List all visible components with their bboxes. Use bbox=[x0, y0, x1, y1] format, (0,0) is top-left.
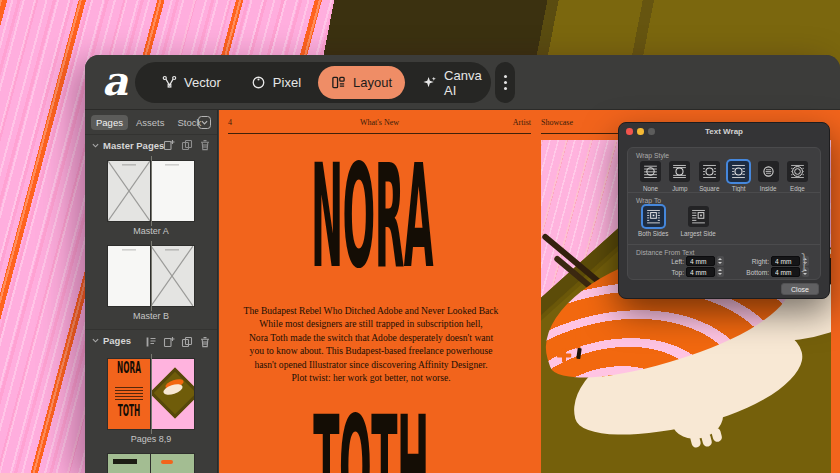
headline-toth[interactable]: TOTH bbox=[313, 385, 428, 473]
wrap-style-edge[interactable]: Edge bbox=[784, 161, 811, 192]
menu-dot bbox=[504, 81, 507, 84]
distance-top-input[interactable] bbox=[686, 267, 715, 277]
body-line: While most designers are still trapped i… bbox=[239, 317, 503, 330]
master-pages-section-header[interactable]: Master Pages bbox=[85, 135, 217, 155]
master-b-right-page bbox=[151, 245, 195, 307]
apply-master-icon[interactable] bbox=[145, 336, 157, 348]
toolbar-overflow-menu-button[interactable] bbox=[495, 62, 515, 103]
stepper-down-icon bbox=[718, 273, 722, 275]
wrap-to-both-sides[interactable]: Both Sides bbox=[638, 206, 668, 237]
mode-canva-ai-label: Canva AI bbox=[444, 68, 482, 98]
wrap-style-section: Wrap Style None bbox=[628, 148, 820, 192]
wrap-none-icon bbox=[640, 161, 661, 182]
master-a-left-page bbox=[107, 160, 151, 222]
wrap-tight-label: Tight bbox=[732, 185, 746, 192]
layout-frames-icon bbox=[331, 75, 346, 90]
wrap-jump-icon bbox=[669, 161, 690, 182]
body-line: hasn't opened Illustrator since discover… bbox=[239, 358, 503, 371]
spread-spine-guide bbox=[151, 156, 152, 226]
body-line: The Budapest Rebel Who Ditched Adobe and… bbox=[239, 304, 503, 317]
pages-8-9-thumbnail[interactable]: NORA TOTH bbox=[107, 358, 196, 430]
wrap-edge-icon bbox=[787, 161, 808, 182]
headline-nora[interactable]: NORA bbox=[311, 133, 433, 301]
close-dialog-button[interactable]: Close bbox=[781, 283, 819, 295]
add-master-icon[interactable] bbox=[163, 139, 175, 151]
wrap-style-square[interactable]: Square bbox=[696, 161, 723, 192]
dialog-titlebar[interactable]: Text Wrap bbox=[619, 123, 829, 140]
menu-dot bbox=[504, 87, 507, 90]
distance-bottom-input[interactable] bbox=[771, 267, 800, 277]
wrap-inside-label: Inside bbox=[760, 185, 777, 192]
wrap-style-none[interactable]: None bbox=[637, 161, 664, 192]
pages-section-header[interactable]: Pages bbox=[85, 329, 217, 351]
running-head-right: Showcase bbox=[541, 118, 573, 127]
mode-layout-button[interactable]: Layout bbox=[318, 66, 405, 99]
duplicate-icon[interactable] bbox=[181, 139, 193, 151]
page-8-mini: NORA TOTH bbox=[107, 358, 151, 430]
wrap-jump-label: Jump bbox=[672, 185, 687, 192]
master-a-right-page bbox=[151, 160, 195, 222]
panel-options-button[interactable] bbox=[198, 116, 211, 129]
tab-pages[interactable]: Pages bbox=[91, 115, 128, 130]
distance-bottom-label: Bottom: bbox=[726, 269, 769, 276]
tab-assets[interactable]: Assets bbox=[131, 115, 170, 130]
mini-headline-bottom: TOTH bbox=[111, 402, 145, 420]
mode-pixel-button[interactable]: Pixel bbox=[238, 66, 314, 99]
duplicate-icon[interactable] bbox=[181, 336, 193, 348]
master-b-thumbnail[interactable] bbox=[107, 245, 196, 307]
dialog-body-panel: Wrap Style None bbox=[627, 147, 821, 280]
body-text-block[interactable]: The Budapest Rebel Who Ditched Adobe and… bbox=[239, 304, 503, 384]
x-marker bbox=[569, 330, 587, 348]
x-marker-bar bbox=[576, 331, 581, 349]
spread-spine-guide bbox=[151, 354, 152, 434]
master-a-thumbnail[interactable] bbox=[107, 160, 196, 222]
mode-canva-ai-button[interactable]: Canva AI bbox=[409, 66, 495, 99]
wrap-tight-icon bbox=[728, 161, 749, 182]
pages-panel: Pages Assets Stock Master Pages bbox=[85, 110, 218, 473]
link-values-brace-icon[interactable]: } bbox=[800, 250, 808, 273]
mode-layout-label: Layout bbox=[353, 75, 392, 90]
body-line: you to know about. This Budapest-based f… bbox=[239, 344, 503, 357]
stepper-down-icon bbox=[718, 262, 722, 264]
wrap-square-icon bbox=[699, 161, 720, 182]
stepper-up-icon bbox=[718, 269, 722, 271]
delete-icon[interactable] bbox=[199, 336, 211, 348]
x-marker-bar bbox=[562, 348, 566, 362]
mini-title-bar bbox=[113, 459, 137, 464]
x-marker bbox=[557, 348, 571, 362]
mode-vector-label: Vector bbox=[184, 75, 221, 90]
both-sides-label: Both Sides bbox=[638, 230, 668, 237]
wrap-square-label: Square bbox=[699, 185, 719, 192]
minimize-window-icon[interactable] bbox=[637, 128, 644, 135]
distance-top-stepper[interactable] bbox=[717, 267, 724, 277]
distance-right-label: Right: bbox=[726, 258, 769, 265]
text-wrap-dialog: Text Wrap Wrap Style None bbox=[618, 122, 830, 299]
wrap-style-jump[interactable]: Jump bbox=[666, 161, 693, 192]
wrap-to-largest-side[interactable]: Largest Side bbox=[680, 206, 715, 237]
distance-left-input[interactable] bbox=[686, 256, 715, 266]
mini-headline-top: NORA bbox=[111, 359, 145, 377]
close-window-icon[interactable] bbox=[626, 128, 633, 135]
sparkle-icon bbox=[422, 75, 437, 90]
top-toolbar: a Vector Pixel bbox=[85, 55, 840, 110]
wrap-style-inside[interactable]: Inside bbox=[755, 161, 782, 192]
mode-pixel-label: Pixel bbox=[273, 75, 301, 90]
delete-icon[interactable] bbox=[199, 139, 211, 151]
distance-right-input[interactable] bbox=[771, 256, 800, 266]
mode-switcher: Vector Pixel bbox=[135, 62, 491, 103]
both-sides-icon bbox=[643, 206, 664, 227]
wrap-none-label: None bbox=[643, 185, 658, 192]
distance-left-stepper[interactable] bbox=[717, 256, 724, 266]
mode-vector-button[interactable]: Vector bbox=[149, 66, 234, 99]
next-pages-thumbnail[interactable] bbox=[107, 453, 196, 473]
mini-paragraph-lines bbox=[115, 387, 143, 400]
body-line: Plot twist: her work got better, not wor… bbox=[239, 371, 503, 384]
page-9-mini bbox=[151, 358, 195, 430]
next-right-page-mini bbox=[151, 453, 195, 473]
master-b-label: Master B bbox=[85, 311, 217, 321]
master-pages-title: Master Pages bbox=[103, 140, 164, 151]
add-page-icon[interactable] bbox=[163, 336, 175, 348]
vector-pen-icon bbox=[162, 75, 177, 90]
wrap-style-tight[interactable]: Tight bbox=[725, 161, 752, 192]
stepper-up-icon bbox=[718, 258, 722, 260]
